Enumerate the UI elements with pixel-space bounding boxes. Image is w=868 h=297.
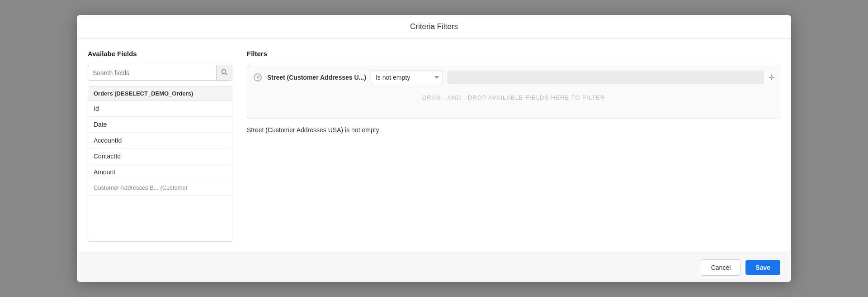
svg-line-1 — [226, 73, 227, 75]
list-item[interactable]: Amount — [88, 164, 232, 180]
search-icon — [221, 69, 227, 75]
available-fields-label: Availabe Fields — [88, 50, 232, 57]
field-group-header[interactable]: Orders (DESELECT_DEMO_Orders) — [88, 86, 232, 101]
filter-summary: Street (Customer Addresses USA) is not e… — [247, 125, 780, 135]
list-item[interactable]: AccountId — [88, 133, 232, 148]
filters-area: ✕ Street (Customer Addresses U...) Is no… — [247, 65, 780, 119]
drag-drop-hint: DRAG - AND - DROP AVAILABLE FIELDS HERE … — [253, 89, 774, 103]
filters-label: Filters — [247, 50, 780, 57]
list-item-partial[interactable]: Customer Addresses B... (Customer — [88, 180, 232, 196]
save-button[interactable]: Save — [745, 260, 780, 275]
modal-header: Criteria Filters — [77, 15, 791, 39]
right-panel: Filters ✕ Street (Customer Addresses U..… — [247, 50, 780, 242]
drag-handle-icon[interactable]: ✛ — [769, 73, 774, 82]
list-item[interactable]: Id — [88, 101, 232, 117]
modal-title: Criteria Filters — [410, 22, 458, 31]
cancel-button[interactable]: Cancel — [701, 259, 741, 276]
search-wrapper — [88, 65, 232, 81]
modal-body: Availabe Fields Orders (DESELECT_DEMO_Or… — [77, 39, 791, 253]
list-item[interactable]: ContactId — [88, 148, 232, 164]
filter-field-name: Street (Customer Addresses U...) — [267, 73, 366, 81]
criteria-filters-modal: Criteria Filters Availabe Fields Orders … — [77, 15, 791, 282]
filter-row: ✕ Street (Customer Addresses U...) Is no… — [253, 71, 774, 84]
remove-icon: ✕ — [254, 73, 262, 81]
fields-list: Orders (DESELECT_DEMO_Orders) Id Date Ac… — [88, 86, 232, 242]
filter-value-input[interactable] — [448, 71, 764, 84]
left-panel: Availabe Fields Orders (DESELECT_DEMO_Or… — [88, 50, 232, 242]
modal-footer: Cancel Save — [77, 253, 791, 282]
filter-remove-button[interactable]: ✕ — [253, 73, 263, 81]
search-input[interactable] — [88, 66, 216, 80]
filter-operator-select[interactable]: Is not empty Is empty Equals Not equals … — [371, 71, 443, 84]
search-button[interactable] — [216, 65, 232, 80]
list-item[interactable]: Date — [88, 117, 232, 133]
